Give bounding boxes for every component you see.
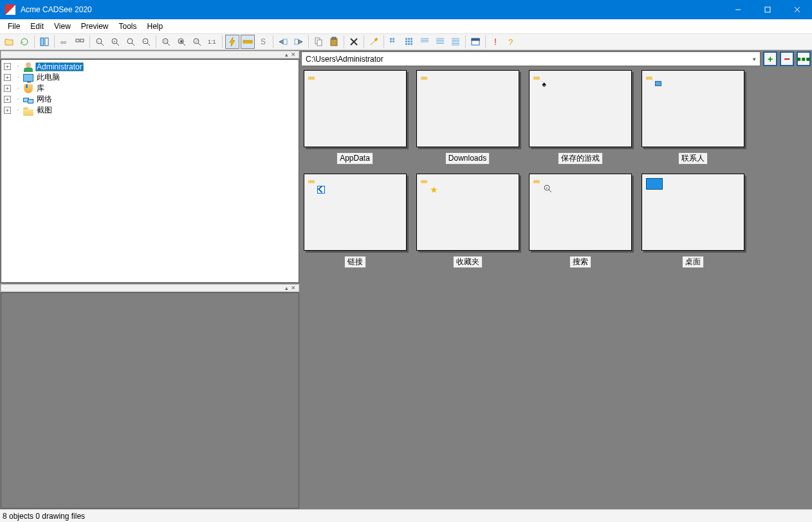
lib-icon bbox=[23, 84, 33, 94]
tree-expand-icon[interactable]: + bbox=[4, 85, 11, 92]
pane-pin-icon[interactable]: ▴ bbox=[285, 285, 288, 291]
app-title: Acme CADSee 2020 bbox=[19, 5, 723, 14]
toolbar-separator bbox=[465, 35, 466, 48]
grid2-icon[interactable] bbox=[402, 35, 416, 49]
thumbs-large-icon[interactable] bbox=[73, 35, 87, 49]
svg-rect-41 bbox=[405, 43, 407, 45]
zoom-in-icon[interactable]: + bbox=[108, 35, 122, 49]
svg-text:+: + bbox=[113, 39, 116, 43]
user-icon bbox=[23, 62, 33, 72]
svg-text:!: ! bbox=[494, 37, 497, 47]
help-icon[interactable]: ? bbox=[504, 35, 518, 49]
menu-preview[interactable]: Preview bbox=[76, 21, 114, 32]
path-combobox[interactable]: C:\Users\Administrator ▾ bbox=[301, 51, 761, 66]
thumbnail-grid[interactable]: AppDataDownloads♠保存的游戏联系人链接★收藏夹+搜索桌面 bbox=[301, 70, 811, 273]
zoom-window-icon[interactable]: □ bbox=[159, 35, 173, 49]
tree-expand-icon[interactable]: + bbox=[4, 74, 11, 81]
window-icon[interactable] bbox=[468, 35, 483, 49]
panes-icon[interactable] bbox=[37, 35, 51, 49]
folder-thumbnail[interactable]: ★收藏夹 bbox=[414, 174, 521, 273]
preview-pane-handle: ▴ ✕ bbox=[1, 284, 299, 292]
thumbnail-label: 链接 bbox=[344, 256, 366, 268]
menu-help[interactable]: Help bbox=[142, 21, 169, 32]
thumbnail-box: + bbox=[529, 174, 632, 251]
paste-icon[interactable] bbox=[327, 35, 341, 49]
tree-item-label: 此电脑 bbox=[35, 72, 61, 83]
menu-edit[interactable]: Edit bbox=[25, 21, 49, 32]
tree-item-label: 网络 bbox=[35, 94, 53, 105]
tree-item[interactable]: +·截图 bbox=[1, 105, 299, 116]
warn-icon[interactable]: ! bbox=[488, 35, 503, 49]
tree-expand-icon[interactable]: + bbox=[4, 63, 11, 70]
copy-icon[interactable] bbox=[311, 35, 326, 49]
folder-thumbnail[interactable]: 链接 bbox=[301, 174, 409, 273]
thumbnail-box bbox=[416, 70, 519, 147]
tree-expand-icon[interactable]: + bbox=[4, 107, 11, 114]
thumbnail-box: ★ bbox=[416, 174, 519, 251]
pane-close-icon[interactable]: ✕ bbox=[291, 285, 296, 291]
layer-right-icon[interactable] bbox=[291, 35, 306, 49]
details-icon[interactable] bbox=[448, 35, 463, 49]
zoom-extents-icon[interactable]: ⤢ bbox=[190, 35, 204, 49]
menubar: File Edit View Preview Tools Help bbox=[0, 19, 812, 33]
preview-pane bbox=[1, 292, 299, 509]
folder-thumbnail[interactable]: 联系人 bbox=[639, 70, 746, 170]
statusbar: 8 objects 0 drawing files bbox=[0, 509, 812, 522]
tools-icon[interactable] bbox=[367, 35, 381, 49]
zoom-fit-icon[interactable]: ▣ bbox=[174, 35, 189, 49]
zoom-out-icon[interactable]: - bbox=[93, 35, 107, 49]
status-text: 8 objects 0 drawing files bbox=[3, 512, 85, 521]
delete-icon[interactable] bbox=[347, 35, 361, 49]
desktop-icon bbox=[646, 178, 663, 192]
tree-item[interactable]: +·此电脑 bbox=[1, 72, 299, 83]
menu-view[interactable]: View bbox=[49, 21, 76, 32]
svg-rect-38 bbox=[405, 40, 407, 42]
bolt-icon[interactable] bbox=[225, 35, 239, 49]
minimize-button[interactable] bbox=[723, 0, 753, 19]
ruler-icon[interactable] bbox=[241, 35, 255, 49]
tree-expand-icon[interactable]: + bbox=[4, 96, 11, 103]
svg-rect-25 bbox=[283, 39, 287, 44]
tree-item[interactable]: +·网络 bbox=[1, 94, 299, 105]
workspace: ▴ ✕ +·Administrator+·此电脑+·库+·网络+·截图 ▴ ✕ … bbox=[0, 50, 812, 509]
folder-thumbnail[interactable]: +搜索 bbox=[526, 174, 634, 273]
thumbs-small-icon[interactable]: oo bbox=[57, 35, 71, 49]
zoom-in-button[interactable]: + bbox=[763, 51, 777, 66]
zoom-11-icon[interactable]: 1:1 bbox=[205, 35, 219, 49]
maximize-button[interactable] bbox=[753, 0, 782, 19]
list2-icon[interactable] bbox=[433, 35, 447, 49]
folder-thumbnail[interactable]: ♠保存的游戏 bbox=[526, 70, 634, 170]
thumbnail-label: AppData bbox=[337, 152, 373, 165]
zoom-hand-icon[interactable]: ~ bbox=[139, 35, 153, 49]
tree-item-label: 截图 bbox=[35, 105, 53, 116]
svg-rect-36 bbox=[408, 38, 410, 40]
pane-pin-icon[interactable]: ▴ bbox=[285, 52, 288, 58]
refresh-icon[interactable] bbox=[17, 35, 32, 49]
folder-thumbnail[interactable]: Downloads bbox=[414, 70, 521, 170]
tree-item[interactable]: +·Administrator bbox=[1, 61, 299, 72]
tree-item[interactable]: +·库 bbox=[1, 83, 299, 94]
close-button[interactable] bbox=[782, 0, 812, 19]
grid1-icon[interactable] bbox=[387, 35, 401, 49]
svg-rect-40 bbox=[411, 40, 412, 42]
toolbar-separator bbox=[308, 35, 309, 48]
list1-icon[interactable] bbox=[418, 35, 432, 49]
svg-text:1:1: 1:1 bbox=[208, 39, 216, 45]
zoom-out-button[interactable]: − bbox=[780, 51, 794, 66]
folder-thumbnail[interactable]: 桌面 bbox=[639, 174, 746, 273]
menu-tools[interactable]: Tools bbox=[114, 21, 142, 32]
svg-text:+: + bbox=[546, 186, 548, 190]
tree-item-label: Administrator bbox=[35, 62, 84, 71]
zoom-reset-icon[interactable] bbox=[124, 35, 138, 49]
s-icon[interactable]: S bbox=[256, 35, 270, 49]
view-options-button[interactable]: ■■■ bbox=[797, 51, 811, 66]
open-icon[interactable] bbox=[2, 35, 16, 49]
folder-tree[interactable]: +·Administrator+·此电脑+·库+·网络+·截图 bbox=[1, 59, 299, 283]
layer-left-icon[interactable] bbox=[276, 35, 290, 49]
folder-thumbnail[interactable]: AppData bbox=[301, 70, 409, 170]
menu-file[interactable]: File bbox=[3, 21, 25, 32]
pane-close-icon[interactable]: ✕ bbox=[291, 52, 296, 58]
chevron-down-icon[interactable]: ▾ bbox=[750, 53, 759, 64]
left-column: ▴ ✕ +·Administrator+·此电脑+·库+·网络+·截图 ▴ ✕ bbox=[0, 50, 300, 509]
app-window: Acme CADSee 2020 File Edit View Preview … bbox=[0, 0, 812, 522]
